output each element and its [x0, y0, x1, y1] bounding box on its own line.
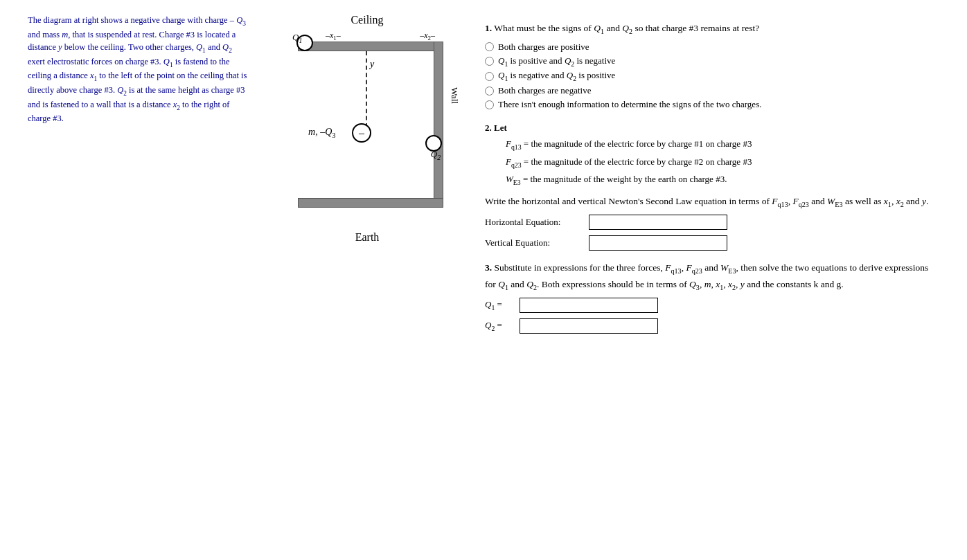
q2-input-row: Q2 =: [485, 318, 939, 334]
option-both-positive[interactable]: Both charges are positive: [485, 42, 939, 53]
wall-label: Wall: [449, 87, 460, 104]
y-label: y: [370, 59, 374, 70]
option-q1-negative-q2-positive[interactable]: Q1 is negative and Q2 is positive: [485, 70, 939, 82]
x2-label: –x2–: [420, 30, 435, 42]
option-q1-positive-q2-negative[interactable]: Q1 is positive and Q2 is negative: [485, 55, 939, 68]
horizontal-equation-input[interactable]: [589, 215, 727, 230]
q1-input-row: Q1 =: [485, 298, 939, 313]
radio-not-enough-info[interactable]: [485, 100, 494, 109]
questions-area: 1. What must be the signs of Q1 and Q2 s…: [485, 21, 939, 343]
floor-bar: [298, 198, 443, 208]
question-2-block: 2. Let Fq13 = the magnitude of the elect…: [485, 120, 939, 251]
q2-answer-input[interactable]: [520, 318, 658, 334]
question-3-block: 3. Substitute in expressions for the thr…: [485, 260, 939, 334]
q1-input-label: Q1 =: [485, 299, 520, 311]
question-1-text: 1. What must be the signs of Q1 and Q2 s…: [485, 21, 939, 37]
q1-answer-input[interactable]: [520, 298, 658, 313]
question-2-description: Write the horizontal and vertical Newton…: [485, 194, 939, 210]
let-block: 2. Let Fq13 = the magnitude of the elect…: [485, 120, 939, 188]
option-both-negative[interactable]: Both charges are negative: [485, 85, 939, 96]
dashed-line: [366, 51, 367, 127]
vertical-equation-row: Vertical Equation:: [485, 235, 939, 251]
vertical-label: Vertical Equation:: [485, 237, 589, 249]
wall-bar: [434, 42, 443, 201]
ceiling-bar: [298, 42, 443, 51]
radio-both-negative[interactable]: [485, 87, 494, 96]
vertical-equation-input[interactable]: [589, 235, 727, 251]
radio-both-positive[interactable]: [485, 42, 494, 51]
x1-label: –x1–: [326, 30, 341, 42]
horizontal-label: Horizontal Equation:: [485, 217, 589, 228]
question-3-text: 3. Substitute in expressions for the thr…: [485, 260, 939, 293]
radio-q1-negative[interactable]: [485, 72, 494, 81]
option-not-enough-info[interactable]: There isn't enough information to determ…: [485, 99, 939, 110]
question-1-block: 1. What must be the signs of Q1 and Q2 s…: [485, 21, 939, 110]
description-text: The diagram at right shows a negative ch…: [28, 14, 249, 125]
ceiling-label: Ceiling: [351, 14, 383, 26]
radio-q1-positive[interactable]: [485, 57, 494, 66]
q1-label: Q1: [292, 32, 302, 44]
q2-label: Q2: [431, 149, 441, 161]
mq3-label: m, –Q3: [308, 127, 336, 139]
horizontal-equation-row: Horizontal Equation:: [485, 215, 939, 230]
q3-circle: –: [352, 123, 371, 143]
diagram-box: Q1 –x1– –x2– y m, –Q3 – Q2 Wall: [277, 28, 457, 228]
earth-label: Earth: [355, 231, 380, 244]
q2-input-label: Q2 =: [485, 320, 520, 332]
